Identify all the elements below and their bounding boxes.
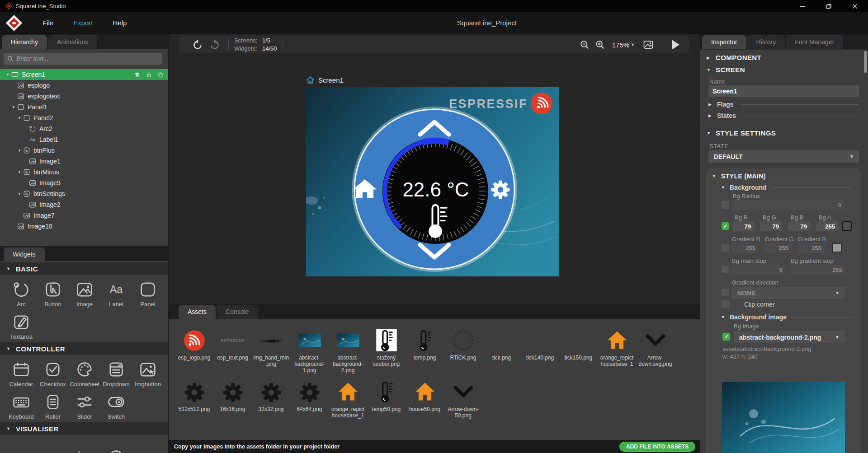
hierarchy-item-image7[interactable]: Image7: [0, 210, 168, 221]
bg-radius-checkbox[interactable]: [722, 201, 729, 209]
asset-tick140.png[interactable]: tick140.png: [521, 326, 559, 378]
asset-temp.png[interactable]: temp.png: [406, 326, 444, 378]
redo-icon[interactable]: [209, 39, 220, 51]
close-button[interactable]: [842, 0, 868, 12]
hierarchy-item-label1[interactable]: AaLabel1: [0, 134, 168, 145]
expand-arrow-icon[interactable]: ▾: [16, 170, 23, 174]
widget-calendar[interactable]: Calendar: [5, 356, 37, 388]
section-style-main[interactable]: ▼ STYLE (MAIN): [712, 173, 766, 180]
background-image-fold[interactable]: ▼ Background image: [721, 313, 852, 321]
hierarchy-item-btnplus[interactable]: ▾btnPlus: [0, 145, 168, 156]
bg-gradient-stop-input[interactable]: 255: [791, 265, 846, 275]
zoom-caret-icon[interactable]: ▼: [631, 42, 635, 47]
section-style-settings[interactable]: ▼ STYLE SETTINGS: [707, 129, 776, 137]
expand-arrow-icon[interactable]: ▾: [16, 148, 23, 153]
bg-image-checkbox[interactable]: ✓: [722, 333, 730, 341]
tab-font-manager[interactable]: Font Manager: [786, 35, 843, 49]
bg-color-swatch[interactable]: [842, 221, 852, 231]
tab-widgets[interactable]: Widgets: [4, 248, 45, 261]
state-dropdown[interactable]: DEFAULT▼: [708, 150, 859, 163]
asset-tick150.png[interactable]: tick150.png: [559, 326, 598, 378]
widget-section-visualiser[interactable]: ▼VISUALISER: [0, 422, 168, 435]
hierarchy-item-btnsettings[interactable]: ▾btnSettings: [0, 188, 168, 199]
asset-orange_repict-housebase_1[interactable]: orange_repict housebase_1: [598, 326, 636, 378]
bg-a-input[interactable]: 255: [816, 221, 839, 231]
zoom-out-icon[interactable]: [580, 40, 590, 50]
gradient-color-swatch[interactable]: [832, 243, 842, 252]
hierarchy-item-btnminus[interactable]: ▾btnMinus: [0, 167, 168, 177]
minimize-button[interactable]: [789, 0, 816, 12]
widget-colorwheel[interactable]: Colorwheel: [69, 356, 100, 388]
play-button[interactable]: [670, 39, 680, 51]
menu-file[interactable]: File: [42, 19, 53, 27]
bg-r-input[interactable]: 79: [732, 221, 755, 231]
hierarchy-item-panel1[interactable]: ▾Panel1: [0, 102, 168, 112]
background-fold[interactable]: ▼ Background: [721, 184, 852, 191]
widget-roller[interactable]: Roller: [37, 388, 69, 421]
tab-assets[interactable]: Assets: [179, 305, 216, 319]
bg-main-stop-input[interactable]: 0: [732, 265, 786, 275]
fit-image-icon[interactable]: [643, 39, 654, 50]
name-input[interactable]: Screen1: [708, 85, 859, 97]
gradient-checkbox[interactable]: [722, 244, 729, 252]
widget-chart[interactable]: [69, 436, 100, 453]
trash-icon[interactable]: [134, 71, 141, 78]
hierarchy-item-esplogotext[interactable]: esplogotext: [0, 91, 168, 102]
widget-button[interactable]: Button: [37, 276, 69, 308]
widget-section-basic[interactable]: ▼BASIC: [0, 262, 168, 275]
expand-arrow-icon[interactable]: ▾: [5, 72, 11, 77]
undo-icon[interactable]: [192, 39, 203, 51]
widget-imgbutton[interactable]: Imgbutton: [132, 356, 164, 388]
hierarchy-item-image10[interactable]: Image10: [0, 221, 168, 232]
menu-help[interactable]: Help: [113, 19, 127, 27]
hierarchy-item-image2[interactable]: Image2: [0, 199, 168, 210]
asset-rtick.png[interactable]: RTiCK.png: [444, 326, 482, 378]
zoom-level[interactable]: 175%: [612, 41, 629, 49]
widget-label[interactable]: AaLabel: [100, 276, 132, 308]
zoom-in-icon[interactable]: [595, 40, 605, 50]
asset-arrow-down-50.png[interactable]: Arrow-down-50.png: [444, 378, 482, 429]
asset-stažený-soubor.png[interactable]: stažený soubor.png: [367, 326, 406, 378]
asset-orange_repict-housebase_1[interactable]: orange_repict housebase_1: [329, 378, 367, 429]
widget-slider[interactable]: Slider: [69, 388, 100, 421]
widget-section-controller[interactable]: ▼CONTROLLER: [0, 342, 168, 355]
bg-image-dropdown[interactable]: abstract-background-2.png▼: [734, 331, 845, 343]
flags-fold[interactable]: ▶ Flags: [708, 101, 858, 108]
asset-64x64.png[interactable]: 64x64.png: [290, 378, 329, 429]
asset-temp50.png[interactable]: temp50.png: [367, 378, 406, 429]
tab-inspector[interactable]: Inspector: [702, 35, 746, 49]
hierarchy-item-esplogo[interactable]: esplogo: [0, 80, 168, 91]
widget-checkbox[interactable]: Checkbox: [37, 356, 69, 388]
widget-textarea[interactable]: Textarea: [5, 308, 37, 341]
gradient-direction-dropdown[interactable]: NONE▼: [732, 287, 845, 299]
widget-switch[interactable]: Switch: [100, 388, 132, 421]
asset-arrow-down.svg.png[interactable]: Arrow-down.svg.png: [636, 326, 675, 378]
asset-esp_logo.png[interactable]: esp_logo.png: [175, 326, 213, 378]
asset-img_hand_min.png[interactable]: img_hand_min.png: [252, 326, 290, 378]
lock-icon[interactable]: [146, 71, 152, 78]
section-screen[interactable]: ▼ SCREEN: [707, 66, 745, 74]
expand-arrow-icon[interactable]: ▾: [10, 105, 17, 109]
add-file-button[interactable]: ADD FILE INTO ASSETS: [619, 442, 695, 452]
hierarchy-item-image9[interactable]: Image9: [0, 177, 168, 188]
hierarchy-item-arc2[interactable]: Arc2: [0, 123, 168, 134]
section-component[interactable]: ▶ COMPONENT: [707, 54, 761, 61]
hierarchy-item-image1[interactable]: Image1: [0, 156, 168, 167]
widget-dropdown[interactable]: Dropdown: [100, 356, 132, 388]
maximize-button[interactable]: [816, 0, 842, 12]
clip-corner-checkbox[interactable]: [722, 300, 729, 308]
tab-history[interactable]: History: [747, 35, 785, 49]
bg-radius-input[interactable]: 0: [732, 200, 845, 210]
search-input[interactable]: [16, 55, 162, 62]
bg-g-input[interactable]: 79: [760, 221, 783, 231]
asset-house50.png[interactable]: house50.png: [406, 378, 444, 429]
expand-arrow-icon[interactable]: ▾: [16, 191, 23, 196]
widget-keyboard[interactable]: Keyboard: [5, 388, 37, 421]
inspector-scrollbar[interactable]: [864, 51, 867, 73]
asset-512x512.png[interactable]: 512x512.png: [175, 378, 213, 429]
asset-16x16.png[interactable]: 16x16.png: [213, 378, 252, 429]
bg-color-checkbox[interactable]: ✓: [722, 222, 729, 230]
gradient-direction-checkbox[interactable]: [722, 289, 729, 296]
hierarchy-item-screen1[interactable]: ▾Screen1: [0, 69, 168, 80]
gradient-b-input[interactable]: 255: [798, 243, 825, 253]
